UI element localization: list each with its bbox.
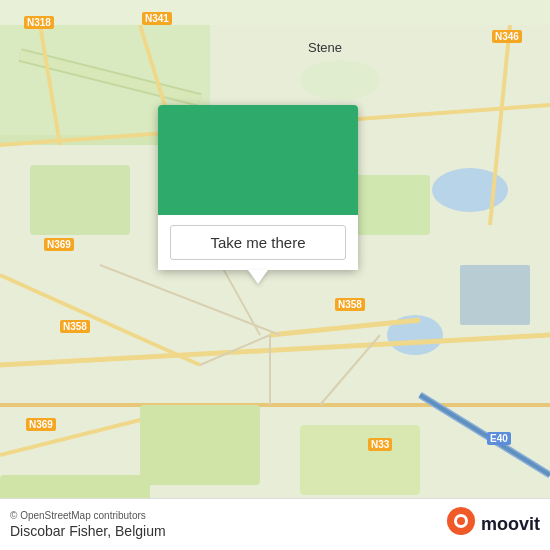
road-label-N341: N341 bbox=[142, 12, 172, 25]
svg-point-33 bbox=[457, 517, 465, 525]
svg-rect-8 bbox=[460, 265, 530, 325]
place-label-stene: Stene bbox=[308, 40, 342, 55]
popup-card: Take me there bbox=[158, 105, 358, 270]
road-label-N369b: N369 bbox=[26, 418, 56, 431]
popup-green-area bbox=[158, 105, 358, 215]
road-label-N358: N358 bbox=[335, 298, 365, 311]
svg-rect-27 bbox=[30, 165, 130, 235]
road-label-E40: E40 bbox=[487, 432, 511, 445]
popup-tail bbox=[248, 270, 268, 284]
road-label-N358b: N358 bbox=[60, 320, 90, 333]
osm-attribution: © OpenStreetMap contributors bbox=[10, 510, 166, 521]
moovit-pin-icon bbox=[445, 506, 477, 544]
moovit-logo: moovit bbox=[445, 506, 540, 544]
svg-point-25 bbox=[300, 60, 380, 100]
road-label-N33: N33 bbox=[368, 438, 392, 451]
road-label-N369: N369 bbox=[44, 238, 74, 251]
bottom-bar: © OpenStreetMap contributors Discobar Fi… bbox=[0, 498, 550, 550]
svg-rect-28 bbox=[140, 405, 260, 485]
svg-rect-30 bbox=[300, 425, 420, 495]
road-label-N318: N318 bbox=[24, 16, 54, 29]
map-background bbox=[0, 0, 550, 550]
take-me-there-button[interactable]: Take me there bbox=[170, 225, 346, 260]
road-label-N346: N346 bbox=[492, 30, 522, 43]
map-container: N318 N341 N346 N369 N358 N358 N369 N33 E… bbox=[0, 0, 550, 550]
moovit-brand-text: moovit bbox=[481, 514, 540, 535]
popup-button-area: Take me there bbox=[158, 215, 358, 270]
svg-rect-26 bbox=[350, 175, 430, 235]
bottom-bar-info: © OpenStreetMap contributors Discobar Fi… bbox=[10, 510, 166, 539]
location-name: Discobar Fisher, Belgium bbox=[10, 523, 166, 539]
